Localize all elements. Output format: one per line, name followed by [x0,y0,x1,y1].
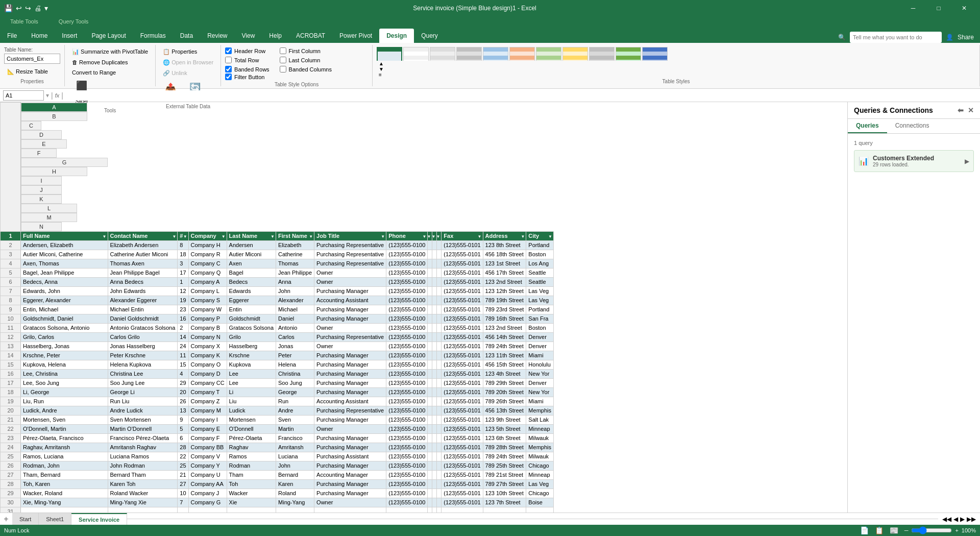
cell[interactable]: 123 2nd Street [483,277,526,286]
cell[interactable]: Wacker, Roland [21,489,108,498]
cell[interactable]: (123)555-0101 [442,323,483,332]
cell[interactable]: (123)555-0100 [386,250,428,259]
cell[interactable]: Company Y [188,461,227,470]
cell[interactable]: John Rodman [108,461,178,470]
cell[interactable]: Portland [526,305,554,314]
cell[interactable] [432,305,437,314]
cell[interactable]: Elizabeth Andersen [108,240,178,250]
tab-start[interactable]: Start [12,513,39,525]
save-icon[interactable]: 💾 [4,4,13,12]
quick-print-icon[interactable]: 🖨 [34,4,41,12]
cell[interactable] [437,342,442,351]
cell[interactable]: Denver [526,332,554,342]
cell[interactable]: Liu [227,397,276,406]
cell[interactable]: (123)555-0100 [386,433,428,443]
cell[interactable]: Lee, Christina [21,369,108,378]
cell[interactable]: O'Donnell, Martin [21,424,108,433]
cell[interactable]: 27 [178,479,188,489]
cell[interactable]: 1 [178,277,188,286]
cell[interactable]: Liu, Run [21,397,108,406]
cell[interactable]: Daniel [276,314,314,323]
cell[interactable]: Andre [276,406,314,415]
cell[interactable]: Toh [227,479,276,489]
cell[interactable]: Boston [526,250,554,259]
cell[interactable]: Edwards [227,286,276,296]
cell[interactable]: Alexander Eggerer [108,296,178,305]
cell[interactable]: Seattle [526,268,554,277]
cell[interactable]: Autier Miconi, Catherine [21,250,108,259]
cell[interactable] [437,443,442,452]
cell[interactable] [428,351,432,360]
empty-cell[interactable] [276,507,314,513]
col-B-header[interactable]: B [21,112,87,121]
tab-review[interactable]: Review [200,29,234,43]
cell[interactable] [428,250,432,259]
cell[interactable]: Soo Jung [276,378,314,387]
cell[interactable] [432,259,437,268]
cell[interactable]: Memphis [526,443,554,452]
sheet-scroll-right[interactable]: ▶▶ [967,516,976,523]
cell[interactable]: Antonio [276,323,314,332]
grid-container[interactable]: A B C D E F G H I J K L M N [0,102,847,513]
cell[interactable]: Las Veg [526,286,554,296]
cell[interactable]: Axen [227,259,276,268]
cell[interactable]: 6 [178,433,188,443]
header-A[interactable]: Full Name ▼ [21,231,108,240]
cell[interactable]: Purchasing Manager [314,314,386,323]
cell[interactable]: Purchasing Representative [314,332,386,342]
cell[interactable]: Axen, Thomas [21,259,108,268]
cell[interactable]: Company J [188,489,227,498]
cell[interactable]: 17 [178,268,188,277]
cell[interactable] [428,305,432,314]
cell[interactable] [432,424,437,433]
cell[interactable]: 20 [178,387,188,397]
cell[interactable] [428,479,432,489]
cell[interactable]: 12 [178,286,188,296]
cell[interactable]: Company L [188,286,227,296]
cell[interactable]: 789 25th Street [483,461,526,470]
header-row-checkbox[interactable]: Header Row [225,47,270,55]
cell[interactable]: 9 [178,415,188,424]
cell[interactable]: (123)555-0101 [442,314,483,323]
cell[interactable]: Gratacos Solsona, Antonio [21,323,108,332]
empty-cell[interactable] [428,507,432,513]
cell[interactable]: (123)555-0100 [386,378,428,387]
cell[interactable] [437,406,442,415]
cell[interactable] [428,470,432,479]
cell[interactable]: (123)555-0101 [442,277,483,286]
cell[interactable]: Company N [188,332,227,342]
cell[interactable]: Honolulu [526,360,554,369]
cell[interactable]: Ming-Yang Xie [108,498,178,507]
cell[interactable] [432,360,437,369]
cell[interactable]: Andre Ludick [108,406,178,415]
header-C[interactable]: # ▼ [178,231,188,240]
summarize-pivot-button[interactable]: 📊 Summarize with PivotTable [69,47,151,57]
col-E-header[interactable]: E [21,139,67,149]
cell[interactable]: (123)555-0100 [386,498,428,507]
cell[interactable]: (123)555-0101 [442,332,483,342]
cell[interactable]: Wacker [227,489,276,498]
empty-cell[interactable] [178,507,188,513]
cell[interactable]: (123)555-0101 [442,286,483,296]
convert-to-range-button[interactable]: Convert to Range [69,68,119,77]
cell[interactable] [437,397,442,406]
style-swatch-5[interactable] [509,47,535,61]
cell[interactable]: Lee [227,369,276,378]
cell[interactable]: (123)555-0100 [386,296,428,305]
cell[interactable]: 789 16th Street [483,314,526,323]
empty-cell[interactable] [227,507,276,513]
cell[interactable]: Roland Wacker [108,489,178,498]
cell[interactable] [432,369,437,378]
cell[interactable]: 24 [178,342,188,351]
cell[interactable]: Owner [314,342,386,351]
cell[interactable]: Entin, Michael [21,305,108,314]
cell[interactable]: Company G [188,498,227,507]
cell[interactable]: Owner [314,268,386,277]
cell[interactable]: Bedecs [227,277,276,286]
cell[interactable]: Company P [188,314,227,323]
cell[interactable]: 28 [178,443,188,452]
add-sheet-button[interactable]: + [0,513,12,525]
cell[interactable]: Carlos [276,332,314,342]
cell[interactable]: Grilo [227,332,276,342]
minimize-button[interactable]: ─ [901,0,925,16]
